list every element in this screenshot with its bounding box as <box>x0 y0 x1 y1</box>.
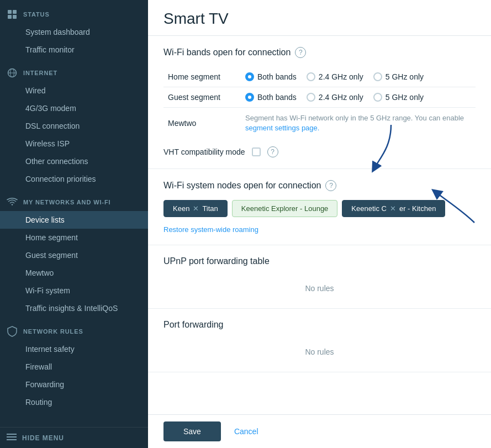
sidebar-item-mewtwo[interactable]: Mewtwo <box>0 264 148 282</box>
x-icon-kitchen: ✕ <box>390 204 396 213</box>
save-button[interactable]: Save <box>163 421 221 441</box>
node-lounge-button[interactable]: Keenetic Explorer - Lounge <box>232 200 338 217</box>
guest-2.4ghz[interactable]: 2.4 GHz only <box>307 93 363 102</box>
node-buttons-group: Keen ✕ Titan Keenetic Explorer - Lounge … <box>163 200 476 217</box>
vht-row: VHT compatibility mode ? <box>163 139 476 157</box>
sidebar-item-system-dashboard[interactable]: System dashboard <box>0 23 148 41</box>
hide-menu-button[interactable]: HIDE MENU <box>0 427 148 448</box>
nodes-section-title: Wi-Fi system nodes open for connection ? <box>163 180 476 191</box>
upnp-title: UPnP port forwarding table <box>163 256 476 266</box>
table-row: Guest segment Both bands 2.4 GHz only <box>163 87 476 108</box>
wifi-bands-section: Wi-Fi bands open for connection ? Home s… <box>148 36 491 169</box>
upnp-section: UPnP port forwarding table No rules <box>148 245 491 309</box>
sidebar-item-routing[interactable]: Routing <box>0 393 148 411</box>
restore-roaming-link[interactable]: Restore system-wide roaming <box>163 225 258 234</box>
table-row: Home segment Both bands 2.4 GHz only <box>163 67 476 87</box>
content-area: Wi-Fi bands open for connection ? Home s… <box>148 36 491 414</box>
mewtwo-label: Mewtwo <box>163 108 241 139</box>
wifi-bands-table: Home segment Both bands 2.4 GHz only <box>163 67 476 139</box>
sidebar-item-forwarding[interactable]: Forwarding <box>0 376 148 393</box>
sidebar-item-modem[interactable]: 4G/3G modem <box>0 99 148 117</box>
sidebar-section-network-rules: NETWORK RULES <box>0 320 148 340</box>
vht-checkbox[interactable] <box>252 147 261 156</box>
svg-rect-3 <box>13 15 17 19</box>
home-segment-label: Home segment <box>163 67 241 87</box>
home-2.4ghz[interactable]: 2.4 GHz only <box>307 72 363 81</box>
sidebar-item-connection-priorities[interactable]: Connection priorities <box>0 170 148 188</box>
guest-segment-label: Guest segment <box>163 87 241 108</box>
svg-rect-0 <box>8 10 12 14</box>
home-both-radio[interactable] <box>245 72 254 81</box>
guest-5ghz[interactable]: 5 GHz only <box>373 93 424 102</box>
sidebar-item-other-connections[interactable]: Other connections <box>0 152 148 170</box>
port-forwarding-no-rules: No rules <box>163 339 476 361</box>
vht-label: VHT compatibility mode <box>163 147 245 156</box>
svg-rect-2 <box>8 15 12 19</box>
menu-icon <box>7 433 17 442</box>
guest-segment-options: Both bands 2.4 GHz only 5 GHz only <box>241 87 476 108</box>
guest-both-bands[interactable]: Both bands <box>245 93 297 102</box>
x-icon: ✕ <box>193 204 199 213</box>
wifi-nodes-section: Wi-Fi system nodes open for connection ?… <box>148 169 491 245</box>
guest-both-radio[interactable] <box>245 93 254 102</box>
sidebar-section-internet: INTERNET <box>0 62 148 82</box>
node-titan-button[interactable]: Keen ✕ Titan <box>163 200 228 217</box>
sidebar-section-status: STATUS <box>0 3 148 23</box>
segment-settings-link[interactable]: segment settings page. <box>245 124 319 132</box>
upnp-no-rules: No rules <box>163 275 476 297</box>
port-forwarding-section: Port forwarding No rules <box>148 309 491 372</box>
shield-icon <box>7 326 18 337</box>
globe-icon <box>7 67 18 78</box>
home-5ghz[interactable]: 5 GHz only <box>373 72 424 81</box>
sidebar-item-internet-safety[interactable]: Internet safety <box>0 340 148 358</box>
home-segment-options: Both bands 2.4 GHz only 5 GHz only <box>241 67 476 87</box>
sidebar-item-wisp[interactable]: Wireless ISP <box>0 135 148 152</box>
sidebar-item-guest-segment[interactable]: Guest segment <box>0 246 148 264</box>
wifi-bands-title: Wi-Fi bands open for connection ? <box>163 47 476 58</box>
sidebar-item-traffic-monitor[interactable]: Traffic monitor <box>0 41 148 59</box>
table-row: Mewtwo Segment has Wi-Fi network only in… <box>163 108 476 139</box>
svg-rect-1 <box>13 10 17 14</box>
page-header: Smart TV <box>148 0 491 36</box>
grid-icon <box>7 9 18 20</box>
port-forwarding-title: Port forwarding <box>163 320 476 330</box>
home-both-bands[interactable]: Both bands <box>245 72 297 81</box>
page-title: Smart TV <box>163 10 476 28</box>
sidebar-section-networks: MY NETWORKS AND WI-FI <box>0 191 148 211</box>
mewtwo-note: Segment has Wi-Fi network only in the 5 … <box>245 114 464 132</box>
wifi-icon <box>7 197 18 208</box>
home-2.4-radio[interactable] <box>307 72 315 81</box>
sidebar-item-device-lists[interactable]: Device lists <box>0 211 148 229</box>
guest-5-radio[interactable] <box>373 93 382 102</box>
sidebar-item-home-segment[interactable]: Home segment <box>0 229 148 246</box>
sidebar-item-wifi-system[interactable]: Wi-Fi system <box>0 282 148 299</box>
guest-2.4-radio[interactable] <box>307 93 315 102</box>
sidebar-item-traffic-insights[interactable]: Traffic insights & IntelliQoS <box>0 299 148 317</box>
vht-help-icon[interactable]: ? <box>267 146 278 157</box>
sidebar-item-firewall[interactable]: Firewall <box>0 358 148 376</box>
sidebar: STATUS System dashboard Traffic monitor … <box>0 0 148 448</box>
sidebar-item-dsl[interactable]: DSL connection <box>0 117 148 135</box>
footer: Save Cancel <box>148 414 491 448</box>
cancel-button[interactable]: Cancel <box>230 421 263 441</box>
wifi-bands-help-icon[interactable]: ? <box>295 47 306 58</box>
node-kitchen-button[interactable]: Keenetic C ✕ er - Kitchen <box>342 200 445 217</box>
main-content: Smart TV Wi-Fi bands open for connection… <box>148 0 491 448</box>
nodes-help-icon[interactable]: ? <box>325 180 336 191</box>
home-5-radio[interactable] <box>373 72 382 81</box>
sidebar-item-wired[interactable]: Wired <box>0 82 148 99</box>
mewtwo-note-cell: Segment has Wi-Fi network only in the 5 … <box>241 108 476 139</box>
